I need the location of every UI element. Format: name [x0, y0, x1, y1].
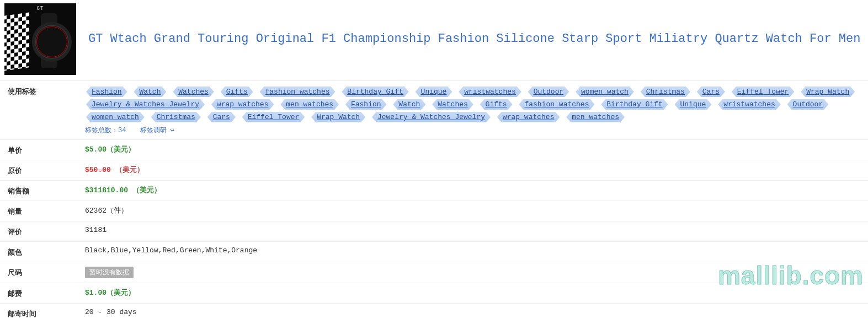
tags-research-link[interactable]: 标签调研 ↪	[140, 127, 174, 134]
product-title[interactable]: GT Wtach Grand Touring Original F1 Champ…	[88, 31, 860, 48]
row-tags: 使用标签 Fashion Watch Watches Gifts fashion…	[0, 81, 868, 140]
label-shipping: 邮费	[0, 288, 85, 299]
row-shipping: 邮费 $1.00（美元）	[0, 283, 868, 304]
tag-item[interactable]: Birthday Gift	[342, 86, 408, 97]
label-sales-amount: 销售额	[0, 185, 85, 196]
tag-item[interactable]: Christmas	[151, 112, 201, 122]
row-reviews: 评价 31181	[0, 221, 868, 242]
row-color: 颜色 Black,Blue,Yellow,Red,Green,White,Ora…	[0, 242, 868, 262]
detail-rows: 使用标签 Fashion Watch Watches Gifts fashion…	[0, 81, 868, 319]
tag-item[interactable]: Outdoor	[787, 99, 829, 110]
tag-item[interactable]: Watches	[432, 99, 473, 110]
tag-item[interactable]: Fashion	[345, 99, 387, 110]
tag-item[interactable]: women watch	[576, 86, 634, 97]
tag-item[interactable]: Gifts	[221, 86, 253, 97]
tag-item[interactable]: Unique	[416, 86, 452, 97]
tag-item[interactable]: Watches	[173, 86, 214, 97]
tags-total-count: 标签总数：34	[85, 127, 126, 134]
tag-item[interactable]: Fashion	[86, 86, 127, 97]
value-unit-price: $5.00（美元）	[85, 145, 135, 154]
tag-item[interactable]: Birthday Gift	[601, 99, 668, 110]
tag-item[interactable]: Wrap Watch	[801, 86, 855, 97]
value-sales-amount: $311810.00 （美元）	[85, 186, 161, 194]
tag-item[interactable]: Cars	[697, 86, 725, 97]
tag-item[interactable]: Watch	[393, 99, 425, 110]
value-shipping: $1.00（美元）	[85, 289, 135, 297]
size-nodata-badge: 暂时没有数据	[85, 267, 134, 278]
watch-graphic	[28, 13, 71, 68]
product-header: GT GT Wtach Grand Touring Original F1 Ch…	[0, 0, 868, 81]
tag-item[interactable]: wrap watches	[497, 112, 560, 122]
row-unit-price: 单价 $5.00（美元）	[0, 140, 868, 160]
row-sales-volume: 销量 62362（件）	[0, 201, 868, 221]
tag-item[interactable]: Watch	[134, 86, 166, 97]
row-shipping-time: 邮寄时间 20 - 30 days	[0, 304, 868, 319]
row-original-price: 原价 $50.00 （美元）	[0, 160, 868, 181]
tag-item[interactable]: women watch	[86, 112, 145, 122]
tag-item[interactable]: Jewelry & Watches Jewelry	[372, 112, 491, 122]
value-sales-volume: 62362（件）	[85, 206, 868, 215]
row-size: 尺码 暂时没有数据	[0, 262, 868, 283]
label-tags: 使用标签	[0, 85, 85, 96]
value-original-price-strike: $50.00	[85, 166, 111, 174]
tag-item[interactable]: Christmas	[641, 86, 690, 97]
label-color: 颜色	[0, 246, 85, 257]
tag-item[interactable]: Eiffel Tower	[242, 112, 305, 122]
value-color: Black,Blue,Yellow,Red,Green,White,Orange	[85, 246, 868, 255]
tag-item[interactable]: fashion watches	[519, 99, 594, 110]
value-reviews: 31181	[85, 226, 868, 234]
tag-item[interactable]: wristwatches	[459, 86, 521, 97]
tag-item[interactable]: Eiffel Tower	[732, 86, 795, 97]
label-original-price: 原价	[0, 165, 85, 176]
row-sales-amount: 销售额 $311810.00 （美元）	[0, 181, 868, 201]
tag-item[interactable]: Jewelry & Watches Jewelry	[86, 99, 205, 110]
tag-item[interactable]: men watches	[566, 112, 625, 122]
label-sales-volume: 销量	[0, 206, 85, 217]
tag-item[interactable]: Unique	[675, 99, 712, 110]
share-arrow-icon: ↪	[171, 127, 174, 134]
tag-item[interactable]: Cars	[207, 112, 236, 122]
tag-item[interactable]: men watches	[280, 99, 339, 110]
label-unit-price: 单价	[0, 144, 85, 155]
tags-footer: 标签总数：34 标签调研 ↪	[85, 126, 862, 135]
label-shipping-time: 邮寄时间	[0, 308, 85, 319]
tag-item[interactable]: Wrap Watch	[311, 112, 365, 122]
tag-item[interactable]: wrap watches	[211, 99, 274, 110]
value-original-price-suffix: （美元）	[111, 166, 144, 174]
tag-item[interactable]: Outdoor	[528, 86, 569, 97]
product-image[interactable]: GT	[4, 3, 76, 75]
label-size: 尺码	[0, 267, 85, 278]
tag-item[interactable]: Gifts	[480, 99, 513, 110]
tags-container: Fashion Watch Watches Gifts fashion watc…	[85, 85, 868, 135]
checkered-flag-graphic	[4, 12, 29, 72]
tag-item[interactable]: wristwatches	[718, 99, 781, 110]
label-reviews: 评价	[0, 226, 85, 237]
gt-logo-text: GT	[4, 6, 76, 11]
value-shipping-time: 20 - 30 days	[85, 308, 868, 316]
tag-item[interactable]: fashion watches	[260, 86, 336, 97]
